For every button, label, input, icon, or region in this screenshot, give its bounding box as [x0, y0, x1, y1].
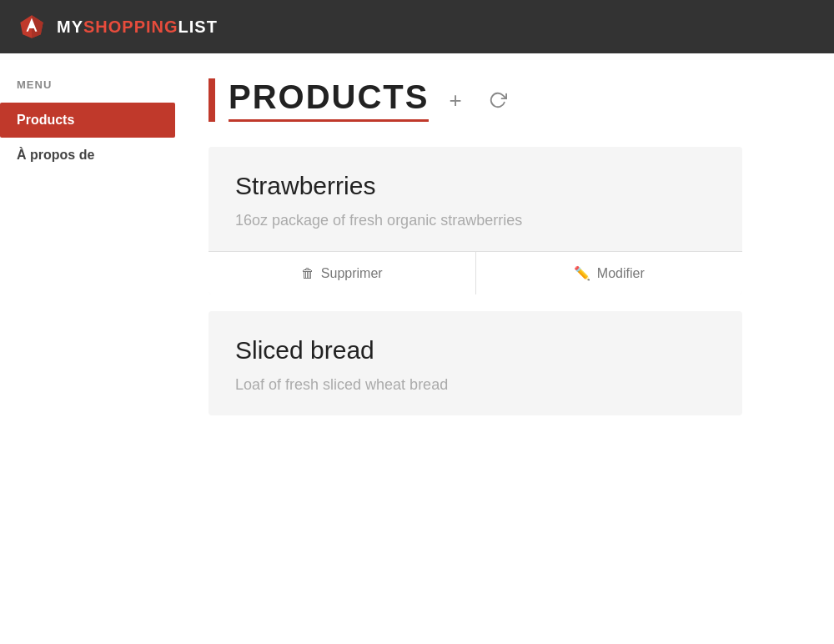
product-card-body: Sliced bread Loaf of fresh sliced wheat … [208, 311, 742, 415]
product-card-actions: 🗑 Supprimer ✏️ Modifier [208, 251, 742, 294]
angular-icon [17, 12, 47, 42]
header-accent [208, 78, 215, 122]
product-card: Sliced bread Loaf of fresh sliced wheat … [208, 311, 742, 415]
plus-icon: + [449, 88, 461, 113]
menu-label: MENU [0, 78, 175, 91]
edit-product-button[interactable]: ✏️ Modifier [475, 252, 743, 294]
app-logo: MYSHOPPINGLIST [17, 12, 218, 42]
add-product-button[interactable]: + [442, 84, 468, 117]
sidebar: MENU Products À propos de [0, 53, 175, 644]
edit-icon: ✏️ [574, 265, 590, 281]
product-name: Sliced bread [235, 336, 716, 365]
main-layout: MENU Products À propos de PRODUCTS + [0, 53, 834, 644]
refresh-button[interactable] [482, 88, 514, 113]
sidebar-item-products[interactable]: Products [0, 103, 175, 138]
refresh-icon [489, 91, 507, 109]
app-title: MYSHOPPINGLIST [57, 18, 218, 37]
main-content: PRODUCTS + Strawberries 16oz package of … [175, 53, 834, 644]
product-description: 16oz package of fresh organic strawberri… [235, 210, 716, 231]
sidebar-item-about[interactable]: À propos de [0, 138, 175, 173]
product-description: Loaf of fresh sliced wheat bread [235, 375, 716, 395]
product-card: Strawberries 16oz package of fresh organ… [208, 147, 742, 294]
delete-label: Supprimer [321, 266, 383, 281]
product-card-body: Strawberries 16oz package of fresh organ… [208, 147, 742, 251]
trash-icon: 🗑 [301, 266, 314, 281]
page-title: PRODUCTS [229, 78, 429, 122]
topbar: MYSHOPPINGLIST [0, 0, 834, 53]
product-name: Strawberries [235, 172, 716, 200]
delete-product-button[interactable]: 🗑 Supprimer [208, 252, 475, 294]
page-header: PRODUCTS + [208, 78, 801, 122]
edit-label: Modifier [597, 266, 645, 281]
